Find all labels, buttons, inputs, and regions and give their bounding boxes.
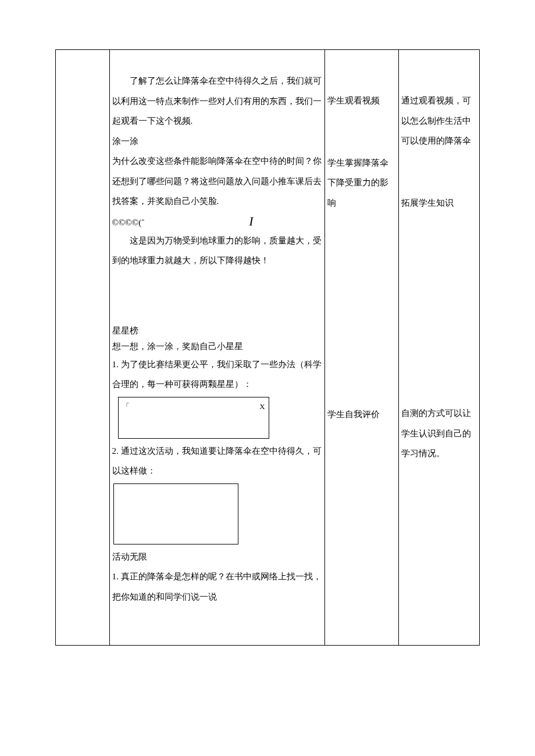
intent-self-test: 自测的方式可以让学生认识到自己的学习情况。 [401,403,477,464]
stars-question-2: 2. 通过这次活动，我知道要让降落伞在空中待得久，可以这样做： [112,441,322,481]
section-title-tuyitu: 涂一涂 [112,131,322,152]
table-row: 了解了怎么让降落伞在空中待得久之后，我们就可以利用这一特点来制作一些对人们有用的… [56,50,480,646]
content-wrapper: 了解了怎么让降落伞在空中待得久之后，我们就可以利用这一特点来制作一些对人们有用的… [110,50,324,645]
col4-wrapper: 通过观看视频，可以怎么制作生活中可以使用的降落伞 拓展学生知识 自测的方式可以让… [399,50,479,467]
stars-question-1: 1. 为了使比赛结果更公平，我们采取了一些办法（科学合理的，每一种可获得两颗星星… [112,354,322,395]
spacer [112,53,322,71]
intent-expand-knowledge: 拓展学生知识 [401,193,477,213]
stars-subtitle: 想一想，涂一涂，奖励自己小星星 [112,339,322,354]
section-title-stars: 星星榜 [112,323,322,339]
paragraph-video-intro: 了解了怎么让降落伞在空中待得久之后，我们就可以利用这一特点来制作一些对人们有用的… [112,71,322,131]
activity-question-1: 1. 真正的降落伞是怎样的呢？在书中或网络上找一找，把你知道的和同学们说一说 [112,567,322,607]
italic-i-symbol: I [249,212,253,231]
box-corner-right: X [259,398,265,415]
col1-empty [56,50,110,646]
section-title-activity: 活动无限 [112,547,322,567]
col3-wrapper: 学生观看视频 学生掌握降落伞下降受重力的影响 学生自我评价 [325,50,398,428]
spacer [112,607,322,642]
lesson-plan-table: 了解了怎么让降落伞在空中待得久之后，我们就可以利用这一特点来制作一些对人们有用的… [55,49,480,646]
answer-box-1: 「 X [118,397,269,439]
student-self-evaluation: 学生自我评价 [327,404,396,425]
paragraph-question-cart: 为什么改变这些条件能影响降落伞在空中待的时间？你还想到了哪些问题？将这些问题放入… [112,151,322,212]
symbol-line: ©©©©(ˆ I [112,212,322,231]
col3-student-activity: 学生观看视频 学生掌握降落伞下降受重力的影响 学生自我评价 [324,50,398,646]
col2-main-content: 了解了怎么让降落伞在空中待得久之后，我们就可以利用这一特点来制作一些对人们有用的… [109,50,324,646]
box-corner-left: 「 [122,398,130,415]
col4-design-intent: 通过观看视频，可以怎么制作生活中可以使用的降落伞 拓展学生知识 自测的方式可以让… [399,50,480,646]
student-watch-video: 学生观看视频 [327,91,396,111]
student-grasp-gravity: 学生掌握降落伞下降受重力的影响 [327,153,396,213]
page-container: 了解了怎么让降落伞在空中待得久之后，我们就可以利用这一特点来制作一些对人们有用的… [0,0,535,695]
intent-video-making: 通过观看视频，可以怎么制作生活中可以使用的降落伞 [401,91,477,151]
symbol-copyright-group: ©©©©(ˆ [112,216,145,230]
paragraph-gravity: 这是因为万物受到地球重力的影响，质量越大，受到的地球重力就越大，所以下降得越快！ [112,231,322,271]
spacer [112,271,322,323]
answer-box-2 [113,483,238,544]
